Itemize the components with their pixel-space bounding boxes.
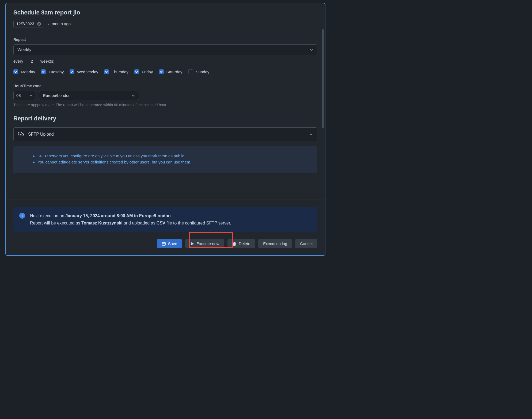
- day-checkbox-sunday[interactable]: Sunday: [188, 69, 210, 74]
- checkbox[interactable]: [159, 69, 164, 74]
- scrollbar-thumb[interactable]: [322, 29, 324, 128]
- repeat-label: Repeat: [13, 37, 317, 42]
- delete-button[interactable]: Delete: [227, 239, 255, 248]
- day-label: Saturday: [166, 70, 183, 74]
- day-checkbox-wednesday[interactable]: Wednesday: [70, 69, 98, 74]
- checkbox[interactable]: [41, 69, 46, 74]
- report-delivery-title: Report delivery: [13, 115, 317, 122]
- chevron-down-icon: [29, 94, 33, 97]
- modal-body: 12/7/2023 a month ago Repeat Weekly ever…: [6, 21, 325, 200]
- execute-now-button[interactable]: Execute now: [185, 239, 224, 248]
- hour-select[interactable]: 08: [13, 91, 36, 100]
- cancel-button[interactable]: Cancel: [295, 239, 317, 248]
- hour-label: Hour/Time zone: [13, 84, 317, 88]
- day-label: Sunday: [196, 70, 210, 74]
- svg-rect-3: [162, 242, 165, 245]
- delivery-method-value: SFTP Upload: [28, 132, 54, 137]
- calendar-save-icon: [162, 242, 166, 246]
- modal-footer: Next execution on January 15, 2024 aroun…: [6, 200, 325, 255]
- day-label: Tuesday: [48, 70, 64, 74]
- hour-help-text: Times are appproximate. The report will …: [13, 103, 317, 107]
- delivery-info-box: SFTP servers you configure are only visi…: [13, 146, 317, 173]
- footer-button-row: Save Execute now Delete Execution log Ca…: [13, 239, 317, 248]
- every-unit: week(s): [40, 59, 55, 63]
- repeat-interval-row: every 2 week(s): [13, 59, 317, 63]
- every-prefix: every: [13, 59, 23, 63]
- svg-rect-2: [22, 215, 22, 217]
- start-date-row: 12/7/2023 a month ago: [13, 21, 317, 28]
- start-date-value: 12/7/2023: [16, 21, 34, 26]
- delivery-note: SFTP servers you configure are only visi…: [37, 154, 309, 158]
- every-value[interactable]: 2: [27, 59, 37, 63]
- modal-title: Schedule 8am report jio: [13, 9, 317, 16]
- next-exec-prefix: Next execution on: [30, 214, 66, 218]
- start-date-relative: a month ago: [48, 21, 71, 26]
- info-icon: [19, 213, 25, 219]
- scrollbar[interactable]: [322, 23, 324, 198]
- modal-header: Schedule 8am report jio: [6, 3, 325, 21]
- chevron-down-icon: [131, 94, 135, 97]
- checkbox[interactable]: [104, 69, 109, 74]
- execution-log-button[interactable]: Execution log: [258, 239, 292, 248]
- next-exec-time: January 15, 2024 around 8:00 AM in Europ…: [66, 214, 171, 218]
- days-row: MondayTuesdayWednesdayThursdayFridaySatu…: [13, 69, 317, 74]
- exec-format: CSV: [157, 221, 165, 225]
- day-label: Monday: [21, 70, 35, 74]
- day-checkbox-thursday[interactable]: Thursday: [104, 69, 128, 74]
- chevron-down-icon: [309, 132, 313, 136]
- svg-point-1: [22, 214, 22, 215]
- repeat-value: Weekly: [17, 47, 31, 52]
- cloud-upload-icon: [18, 131, 24, 137]
- timezone-value: Europe/London: [43, 93, 71, 98]
- checkbox[interactable]: [188, 69, 193, 74]
- day-label: Wednesday: [77, 70, 98, 74]
- day-checkbox-tuesday[interactable]: Tuesday: [41, 69, 64, 74]
- trash-icon: [232, 242, 237, 246]
- day-checkbox-friday[interactable]: Friday: [134, 69, 153, 74]
- chevron-down-icon: [310, 48, 313, 52]
- save-button[interactable]: Save: [157, 239, 182, 248]
- start-date-input[interactable]: 12/7/2023: [13, 21, 44, 28]
- day-checkbox-saturday[interactable]: Saturday: [159, 69, 183, 74]
- timezone-select[interactable]: Europe/London: [39, 91, 139, 100]
- day-checkbox-monday[interactable]: Monday: [13, 69, 35, 74]
- next-execution-banner: Next execution on January 15, 2024 aroun…: [13, 207, 317, 232]
- delivery-note: You cannot edit/delete server definition…: [37, 160, 309, 164]
- exec-user: Tomasz Kustrzynski: [81, 221, 123, 225]
- hour-value: 08: [16, 93, 21, 98]
- schedule-modal: Schedule 8am report jio 12/7/2023 a mont…: [5, 3, 325, 256]
- play-icon: [190, 242, 194, 246]
- repeat-select[interactable]: Weekly: [13, 44, 317, 55]
- clear-date-icon[interactable]: [37, 22, 41, 26]
- delivery-method-select[interactable]: SFTP Upload: [13, 127, 317, 141]
- checkbox[interactable]: [13, 69, 18, 74]
- checkbox[interactable]: [134, 69, 139, 74]
- day-label: Friday: [142, 70, 153, 74]
- banner-text: Next execution on January 15, 2024 aroun…: [30, 212, 231, 227]
- checkbox[interactable]: [70, 69, 74, 74]
- day-label: Thursday: [112, 70, 128, 74]
